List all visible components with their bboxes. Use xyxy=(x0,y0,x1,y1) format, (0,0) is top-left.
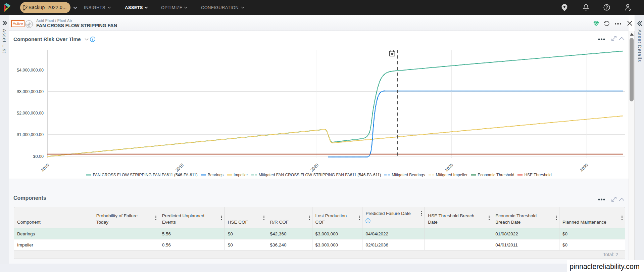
svg-text:$0.00: $0.00 xyxy=(33,154,44,159)
svg-text:2030: 2030 xyxy=(579,163,589,173)
svg-text:$3,000,000.00: $3,000,000.00 xyxy=(17,89,44,94)
svg-text:2015: 2015 xyxy=(175,163,185,173)
svg-text:2020: 2020 xyxy=(310,163,320,173)
svg-text:2010: 2010 xyxy=(40,163,50,173)
svg-text:$1,000,000.00: $1,000,000.00 xyxy=(17,132,44,137)
svg-text:$4,000,000.00: $4,000,000.00 xyxy=(17,68,44,73)
svg-text:$2,000,000.00: $2,000,000.00 xyxy=(17,111,44,116)
svg-text:2025: 2025 xyxy=(444,163,454,173)
